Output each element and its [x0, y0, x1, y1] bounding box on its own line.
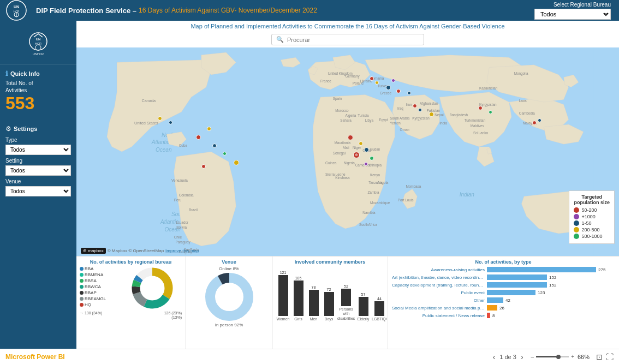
rba-item: RBA [80, 266, 121, 271]
hbar-row-2: Art (exhibition, theatre, dance, video r… [392, 275, 615, 280]
filter-venue-select[interactable]: Todos [5, 186, 71, 196]
hq-label: HQ [85, 302, 91, 307]
hbar-bar-5 [487, 297, 503, 303]
svg-text:Kyrgyzstan: Kyrgyzstan [412, 116, 430, 121]
bar-men: 78 Men [307, 285, 320, 321]
svg-text:France: France [320, 79, 331, 83]
svg-text:Mongolia: Mongolia [514, 71, 528, 76]
svg-text:Turkmenistan: Turkmenistan [465, 118, 486, 122]
map-dot-11 [370, 156, 374, 160]
chart-community: Involved community members 121 Women 105 [273, 256, 388, 349]
mapbox-improve[interactable]: Improve this map [165, 248, 199, 253]
hbar-label-5: Other [392, 298, 485, 303]
bar-lgbtiq: 44 LGBTIQ+ [372, 297, 387, 321]
settings-label: Settings [14, 126, 37, 132]
fullscreen-button[interactable]: ⛶ [606, 353, 614, 361]
filter-setting-select[interactable]: Todos [5, 165, 71, 176]
prev-page-button[interactable]: ‹ [492, 353, 497, 361]
info-icon: ℹ [5, 70, 8, 77]
search-input[interactable] [287, 37, 419, 43]
svg-text:Morocco: Morocco [335, 109, 349, 112]
map-dot-10: ⊕ [353, 152, 360, 158]
rbsa-dot [80, 279, 84, 283]
map-dot-sa1 [207, 127, 211, 131]
filter-setting-label: Setting [5, 158, 71, 164]
in-person-label: In person 92% [215, 323, 243, 327]
svg-text:Cuba: Cuba [179, 144, 188, 147]
zoom-slider[interactable] [536, 356, 569, 357]
hbar-val-3: 152 [549, 283, 556, 288]
zoom-slider-handle[interactable] [556, 355, 561, 359]
hbar-val-1: 275 [598, 267, 605, 272]
svg-text:Senegal: Senegal [333, 151, 346, 156]
bar-elderly-bar [359, 297, 368, 316]
header-title-section: DIP Field Protection Service – 16 Days o… [32, 7, 534, 15]
settings-section: ⚙ Settings Type Todos Setting [0, 121, 76, 204]
fit-view-button[interactable]: ⊡ [596, 353, 603, 361]
svg-text:Maldives: Maldives [471, 124, 484, 128]
svg-text:Germany: Germany [345, 74, 360, 79]
svg-text:Laos: Laos [519, 99, 527, 103]
hbar-val-6: 26 [499, 306, 504, 311]
legend-title: Targetedpopulation size [574, 194, 610, 205]
donut-svg [130, 266, 174, 310]
top-header: UN HCR DIP Field Protection Service – 16… [0, 0, 619, 21]
svg-text:Ethiopia: Ethiopia [369, 163, 382, 168]
chart-venue: Venue Online 8% In person 92% [186, 256, 273, 349]
svg-text:Saudi Arabia: Saudi Arabia [390, 116, 410, 120]
hq-dot [80, 303, 84, 307]
page-navigation: ‹ 1 de 3 › [492, 353, 525, 361]
hbar-bar-2 [487, 275, 547, 280]
regional-bureau-wrapper: Todos [534, 9, 611, 20]
chart-activity-title: No. of activities, by type [392, 259, 615, 265]
zoom-slider-fill [536, 356, 558, 357]
svg-text:Kazakhstan: Kazakhstan [479, 86, 498, 90]
legend-label-50-200: 50-200 [581, 207, 597, 213]
svg-text:Pakistan: Pakistan [427, 109, 441, 112]
legend-item-500-1000: 500-1000 [574, 234, 610, 239]
svg-text:Port Louis: Port Louis [398, 198, 414, 202]
regional-bureau-content: RBA RBMENA RBSA [80, 266, 182, 310]
bar-boys-bar [324, 292, 334, 316]
search-area: 🔍 [76, 32, 619, 47]
zoom-minus-label: – [531, 354, 534, 360]
rbwca-dot [80, 285, 84, 289]
regional-bureau-label: Select Regional Bureau [553, 2, 611, 8]
svg-text:Niger: Niger [353, 146, 361, 150]
unhcr-logo-icon: UN HCR [5, 0, 27, 21]
hbar-bar-1 [487, 267, 596, 272]
bar-boys-val: 72 [327, 288, 331, 291]
map-dot-as1 [478, 106, 483, 110]
regional-bureau-select[interactable]: Todos [534, 9, 611, 20]
map-dot-sa3 [212, 144, 217, 148]
filter-venue-label: Venue [5, 178, 71, 184]
settings-header: ⚙ Settings [5, 125, 71, 133]
hbar-bar-4 [487, 290, 535, 295]
legend-dot-50-200 [574, 207, 579, 213]
hq-item: HQ [80, 302, 121, 307]
svg-text:Bangladesh: Bangladesh [449, 113, 468, 117]
bar-elderly-val: 57 [361, 293, 366, 296]
svg-text:Brazil: Brazil [189, 208, 198, 212]
svg-text:Sudan: Sudan [370, 147, 380, 151]
search-icon: 🔍 [276, 36, 284, 43]
mapbox-credit: © Mapbox © OpenStreetMap [108, 248, 164, 253]
filter-type-select[interactable]: Todos [5, 145, 71, 155]
powerbi-label[interactable]: Microsoft Power BI [5, 353, 65, 361]
map-dot-8 [359, 141, 363, 146]
svg-text:SouthAfrica: SouthAfrica [359, 223, 377, 226]
hbar-val-5: 42 [505, 298, 510, 303]
rbsa-item: RBSA [80, 278, 121, 283]
rba-dot [80, 267, 84, 271]
bar-pwd-label: Persons with disabilities [337, 307, 355, 321]
hbar-bar-6 [487, 305, 497, 311]
svg-text:Colombia: Colombia [179, 193, 194, 197]
hbar-row-6: Social Media amplification and social me… [392, 305, 615, 311]
next-page-button[interactable]: › [520, 353, 525, 361]
sidebar: UN HCR UNHCR ℹ Quick Info Total No. of A… [0, 21, 76, 349]
svg-text:UN: UN [36, 38, 41, 41]
map-container[interactable]: North Atlantic Ocean South Atlantic Ocea… [76, 47, 619, 256]
rbmena-label: RBMENA [85, 272, 103, 277]
svg-text:Nigeria: Nigeria [344, 161, 355, 165]
main-title: DIP Field Protection Service – [36, 7, 136, 15]
